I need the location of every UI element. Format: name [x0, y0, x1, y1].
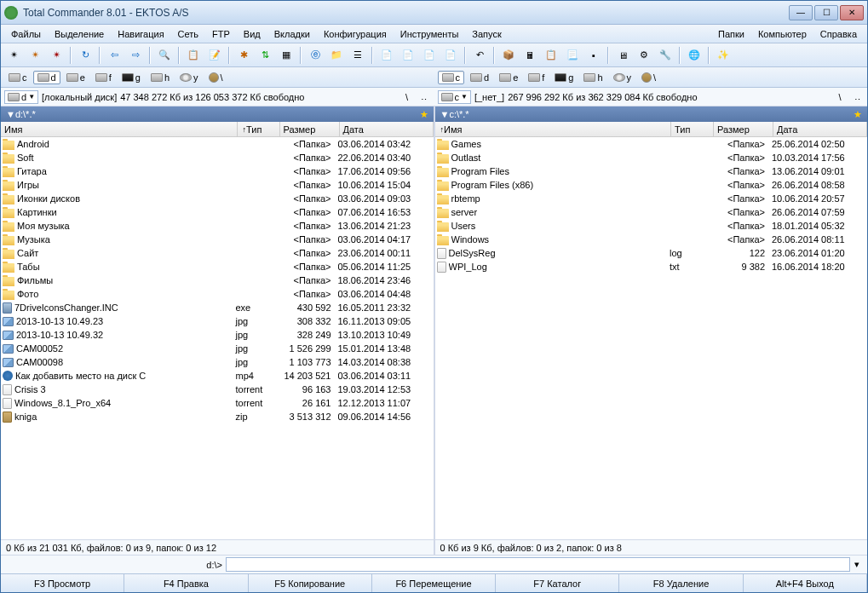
doc4-icon[interactable]: 📄	[441, 46, 460, 65]
config-icon[interactable]: ⚙	[635, 46, 653, 65]
fn-f6[interactable]: F6 Перемещение	[372, 574, 496, 592]
file-row[interactable]: Фильмы<Папка>18.06.2014 23:46	[1, 273, 434, 287]
command-history-icon[interactable]: ▾	[850, 559, 864, 570]
back-icon[interactable]: ⇦	[105, 46, 124, 65]
titlebar[interactable]: Total Commander 8.01 - EKTOS A/S — ☐ ✕	[1, 1, 867, 25]
fn-alt+f4[interactable]: Alt+F4 Выход	[744, 574, 867, 592]
drive-d[interactable]: d	[466, 71, 493, 84]
file-row[interactable]: Users<Папка>18.01.2014 05:32	[435, 219, 868, 233]
forward-icon[interactable]: ⇨	[126, 46, 145, 65]
file-row[interactable]: Android<Папка>03.06.2014 03:42	[1, 137, 434, 151]
drive-d[interactable]: d	[33, 71, 60, 84]
undo-icon[interactable]: ↶	[470, 46, 489, 65]
file-row[interactable]: Crisis 3torrent96 16319.03.2014 12:53	[1, 383, 434, 396]
menu-вид[interactable]: Вид	[237, 26, 267, 42]
folder-icon[interactable]: 📁	[327, 46, 346, 65]
drive-h[interactable]: h	[147, 71, 174, 84]
header-date[interactable]: Дата	[340, 122, 434, 136]
file-row[interactable]: WPI_Logtxt9 38216.06.2014 18:20	[435, 260, 868, 273]
fn-f8[interactable]: F8 Удаление	[619, 574, 743, 592]
menu-компьютер[interactable]: Компьютер	[751, 26, 813, 42]
favorite-icon[interactable]: ★	[854, 109, 862, 120]
file-row[interactable]: Windows<Папка>26.06.2014 08:11	[435, 233, 868, 246]
drive-f[interactable]: f	[91, 71, 116, 84]
menu-конфигурация[interactable]: Конфигурация	[317, 26, 394, 42]
minimize-button[interactable]: —	[789, 5, 813, 20]
fn-f3[interactable]: F3 Просмотр	[1, 574, 124, 592]
close-button[interactable]: ✕	[840, 5, 864, 20]
drive-y[interactable]: y	[175, 71, 203, 84]
file-row[interactable]: Моя музыка<Папка>13.06.2014 21:23	[1, 219, 434, 233]
drive-\[interactable]: \	[204, 71, 227, 84]
archive-icon[interactable]: 📦	[499, 46, 518, 65]
drive-\[interactable]: \	[637, 71, 660, 84]
cmd-icon[interactable]: ▪	[584, 46, 603, 65]
drive-c[interactable]: c	[438, 71, 465, 84]
file-row[interactable]: Иконки дисков<Папка>03.06.2014 09:03	[1, 192, 434, 205]
file-row[interactable]: Outlast<Папка>10.03.2014 17:56	[435, 151, 868, 164]
header-name[interactable]: Имя	[1, 122, 238, 136]
desktop-icon[interactable]: 🖥	[613, 46, 632, 65]
menu-сеть[interactable]: Сеть	[171, 26, 205, 42]
file-row[interactable]: Картинки<Папка>07.06.2014 16:53	[1, 205, 434, 219]
drive-e[interactable]: e	[62, 71, 89, 84]
menu-ftp[interactable]: FTP	[205, 26, 237, 42]
file-row[interactable]: Program Files (x86)<Папка>26.06.2014 08:…	[435, 178, 868, 192]
doc3-icon[interactable]: 📄	[420, 46, 439, 65]
menu-файлы[interactable]: Файлы	[4, 26, 48, 42]
file-row[interactable]: Гитара<Папка>17.06.2014 09:56	[1, 164, 434, 178]
gear1-icon[interactable]: ✴	[4, 46, 23, 65]
fn-f5[interactable]: F5 Копирование	[249, 574, 372, 592]
header-size[interactable]: Размер	[280, 122, 340, 136]
menu-папки[interactable]: Папки	[711, 26, 751, 42]
root-icon[interactable]: \	[833, 90, 847, 104]
drive-selector-left[interactable]: d ▼	[4, 90, 38, 104]
drive-f[interactable]: f	[524, 71, 549, 84]
drive-g[interactable]: g	[550, 71, 578, 84]
fn-f7[interactable]: F7 Каталог	[496, 574, 619, 592]
file-row[interactable]: knigazip3 513 31209.06.2014 14:56	[1, 410, 434, 423]
menu-навигация[interactable]: Навигация	[111, 26, 170, 42]
file-row[interactable]: Музыка<Папка>03.06.2014 04:17	[1, 233, 434, 246]
header-ext[interactable]: ↑Тип	[238, 122, 280, 136]
doc1-icon[interactable]: 📄	[377, 46, 396, 65]
menu-инструменты[interactable]: Инструменты	[394, 26, 466, 42]
file-row[interactable]: Игры<Папка>10.06.2014 15:04	[1, 178, 434, 192]
up-icon[interactable]: ‥	[850, 90, 864, 104]
header-date[interactable]: Дата	[773, 122, 867, 136]
drive-c[interactable]: c	[4, 71, 32, 84]
file-row[interactable]: CAM00052jpg1 526 29915.01.2014 13:48	[1, 342, 434, 355]
wand-icon[interactable]: ✨	[714, 46, 733, 65]
gear3-icon[interactable]: ✴	[47, 46, 66, 65]
note-icon[interactable]: 📋	[542, 46, 560, 65]
doc2-icon[interactable]: 📄	[399, 46, 417, 65]
root-icon[interactable]: \	[400, 90, 414, 104]
favorite-icon[interactable]: ★	[420, 109, 428, 120]
file-row[interactable]: Как добавить место на диск Сmp414 203 52…	[1, 369, 434, 383]
header-name[interactable]: ↑Имя	[435, 122, 672, 136]
gear2-icon[interactable]: ✴	[26, 46, 44, 65]
file-row[interactable]: 2013-10-13 10.49.32jpg328 24913.10.2013 …	[1, 328, 434, 342]
drive-y[interactable]: y	[609, 71, 636, 84]
file-row[interactable]: Windows_8.1_Pro_x64torrent26 16112.12.20…	[1, 396, 434, 410]
page-icon[interactable]: 📃	[563, 46, 582, 65]
search-icon[interactable]: 🔍	[155, 46, 174, 65]
file-row[interactable]: Soft<Папка>22.06.2014 03:40	[1, 151, 434, 164]
view-icon[interactable]: ▦	[277, 46, 296, 65]
ie-icon[interactable]: ⓔ	[306, 46, 325, 65]
file-row[interactable]: server<Папка>26.06.2014 07:59	[435, 205, 868, 219]
file-row[interactable]: Табы<Папка>05.06.2014 11:25	[1, 260, 434, 273]
file-row[interactable]: Фото<Папка>03.06.2014 04:48	[1, 287, 434, 301]
file-row[interactable]: 7DriveIconsChanger.INCexe430 59216.05.20…	[1, 301, 434, 314]
globe-icon[interactable]: 🌐	[685, 46, 704, 65]
menu-вкладки[interactable]: Вкладки	[267, 26, 317, 42]
header-size[interactable]: Размер	[714, 122, 773, 136]
file-row[interactable]: 2013-10-13 10.49.23jpg308 33216.11.2013 …	[1, 314, 434, 328]
menu-справка[interactable]: Справка	[813, 26, 864, 42]
file-row[interactable]: DelSysReglog12223.06.2014 01:20	[435, 246, 868, 260]
tab-right[interactable]: ▼c:\*.*★	[435, 107, 868, 122]
filelist-left[interactable]: Android<Папка>03.06.2014 03:42Soft<Папка…	[1, 137, 434, 539]
calc-icon[interactable]: 🖩	[520, 46, 539, 65]
drive-selector-right[interactable]: c ▼	[438, 90, 471, 104]
up-icon[interactable]: ‥	[417, 90, 431, 104]
